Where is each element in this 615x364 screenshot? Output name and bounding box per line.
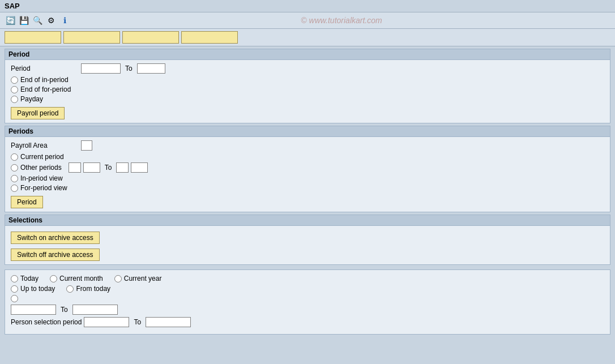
info-icon[interactable]: ℹ bbox=[59, 15, 70, 26]
other-date-radio[interactable] bbox=[11, 295, 18, 302]
payroll-area-input[interactable] bbox=[81, 140, 92, 151]
selections-section-header: Selections bbox=[5, 215, 610, 226]
quick-btn-1[interactable] bbox=[5, 31, 61, 44]
switch-off-archive-button[interactable]: Switch off archive access bbox=[11, 249, 100, 261]
bottom-to-label: To bbox=[61, 306, 68, 314]
watermark: © www.tutorialkart.com bbox=[72, 16, 610, 25]
app-title: SAP bbox=[5, 2, 20, 10]
end-in-period-row: End of in-period bbox=[11, 76, 604, 84]
person-selection-to-input[interactable] bbox=[146, 317, 191, 327]
toolbar: 🔄 💾 🔍 ⚙ ℹ © www.tutorialkart.com bbox=[0, 12, 615, 29]
for-period-view-row: For-period view bbox=[11, 184, 604, 192]
other-periods-from1-input[interactable] bbox=[69, 162, 81, 173]
up-to-today-label: Up to today bbox=[20, 285, 55, 293]
current-period-label: Current period bbox=[20, 153, 64, 161]
current-month-radio[interactable] bbox=[50, 275, 57, 282]
from-today-radio[interactable] bbox=[66, 285, 74, 293]
end-in-period-label: End of in-period bbox=[20, 76, 69, 84]
current-month-item: Current month bbox=[50, 275, 103, 282]
current-period-radio[interactable] bbox=[11, 153, 18, 161]
person-selection-label: Person selection period bbox=[11, 318, 82, 326]
person-selection-from-input[interactable] bbox=[84, 317, 129, 327]
period-to-label: To bbox=[125, 65, 133, 72]
payday-radio[interactable] bbox=[11, 96, 18, 103]
periods-section-header: Periods bbox=[5, 126, 610, 137]
periods-to-label: To bbox=[105, 164, 112, 172]
quick-btn-4[interactable] bbox=[181, 31, 238, 44]
current-year-item: Current year bbox=[114, 275, 162, 282]
bottom-row-2: Up to today From today bbox=[11, 285, 604, 293]
find-icon[interactable]: 🔍 bbox=[32, 15, 43, 26]
save-icon[interactable]: 💾 bbox=[18, 15, 29, 26]
in-period-view-label: In-period view bbox=[20, 174, 63, 182]
end-in-period-radio[interactable] bbox=[11, 76, 18, 84]
for-period-view-radio[interactable] bbox=[11, 185, 18, 192]
periods-section: Periods Payroll Area Current period Othe… bbox=[5, 126, 610, 212]
from-today-label: From today bbox=[76, 285, 110, 293]
period-label: Period bbox=[11, 65, 79, 72]
payroll-period-button[interactable]: Payroll period bbox=[11, 107, 65, 119]
end-for-period-label: End of for-period bbox=[20, 85, 71, 93]
end-for-period-radio[interactable] bbox=[11, 86, 18, 93]
other-periods-row: Other periods To bbox=[11, 162, 604, 173]
title-bar: SAP bbox=[0, 0, 615, 12]
bottom-row-3 bbox=[11, 295, 604, 302]
periods-section-body: Payroll Area Current period Other period… bbox=[5, 137, 610, 212]
quick-buttons-bar bbox=[0, 29, 615, 46]
up-to-today-radio[interactable] bbox=[11, 285, 18, 293]
for-period-view-label: For-period view bbox=[20, 184, 67, 192]
other-periods-to2-input[interactable] bbox=[131, 162, 148, 173]
current-year-label: Current year bbox=[124, 275, 162, 282]
period-section-header: Period bbox=[5, 49, 610, 60]
period-input-row: Period To bbox=[11, 63, 604, 74]
period-from-input[interactable] bbox=[81, 63, 121, 74]
today-item: Today bbox=[11, 275, 39, 282]
payday-row: Payday bbox=[11, 95, 604, 103]
bottom-to-input[interactable] bbox=[72, 305, 118, 315]
other-periods-from2-input[interactable] bbox=[83, 162, 100, 173]
payroll-area-row: Payroll Area bbox=[11, 140, 604, 151]
in-period-view-radio[interactable] bbox=[11, 175, 18, 182]
bottom-date-row: To bbox=[11, 305, 604, 315]
bottom-row-1: Today Current month Current year bbox=[11, 275, 604, 282]
quick-btn-2[interactable] bbox=[63, 31, 120, 44]
up-to-today-item: Up to today bbox=[11, 285, 55, 293]
bottom-from-input[interactable] bbox=[11, 305, 56, 315]
current-period-row: Current period bbox=[11, 153, 604, 161]
today-label: Today bbox=[20, 275, 39, 282]
switch-on-archive-button[interactable]: Switch on archive access bbox=[11, 232, 100, 244]
from-today-item: From today bbox=[66, 285, 110, 293]
settings-icon[interactable]: ⚙ bbox=[45, 15, 57, 26]
other-periods-radio[interactable] bbox=[11, 164, 18, 172]
other-item bbox=[11, 295, 18, 302]
quick-btn-3[interactable] bbox=[122, 31, 179, 44]
period-to-input[interactable] bbox=[137, 63, 165, 74]
selections-section: Selections Switch on archive access Swit… bbox=[5, 215, 610, 265]
other-periods-label: Other periods bbox=[20, 164, 62, 172]
today-radio[interactable] bbox=[11, 275, 18, 282]
current-month-label: Current month bbox=[59, 275, 103, 282]
other-periods-to1-input[interactable] bbox=[116, 162, 129, 173]
end-for-period-row: End of for-period bbox=[11, 85, 604, 93]
person-selection-to-label: To bbox=[134, 318, 141, 326]
navigate-icon[interactable]: 🔄 bbox=[5, 15, 16, 26]
main-content: Period Period To End of in-period End of… bbox=[0, 46, 615, 337]
period-button[interactable]: Period bbox=[11, 196, 43, 208]
person-selection-row: Person selection period To bbox=[11, 317, 604, 327]
period-section: Period Period To End of in-period End of… bbox=[5, 49, 610, 123]
selections-section-body: Switch on archive access Switch off arch… bbox=[5, 226, 610, 264]
current-year-radio[interactable] bbox=[114, 275, 122, 282]
bottom-section: Today Current month Current year Up to t… bbox=[5, 269, 610, 335]
payday-label: Payday bbox=[20, 95, 43, 103]
in-period-view-row: In-period view bbox=[11, 174, 604, 182]
payroll-area-label: Payroll Area bbox=[11, 142, 79, 149]
period-section-body: Period To End of in-period End of for-pe… bbox=[5, 60, 610, 123]
